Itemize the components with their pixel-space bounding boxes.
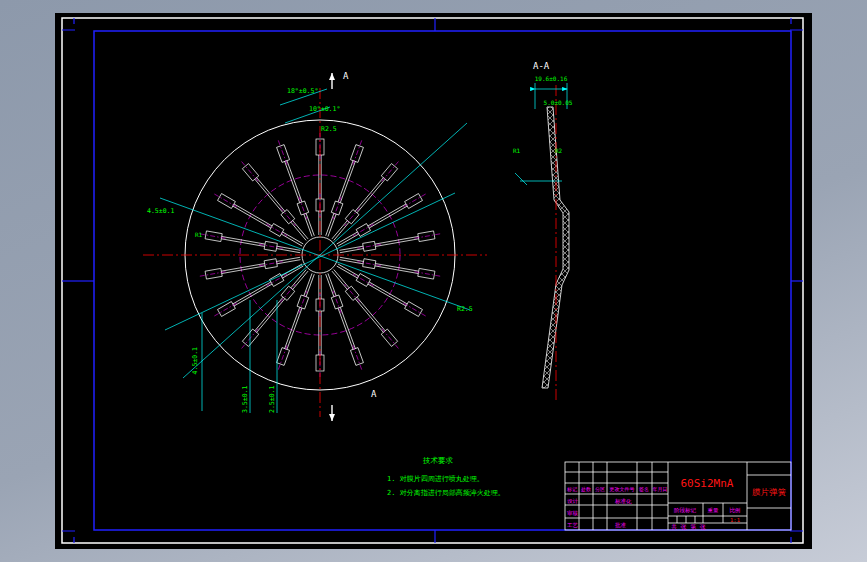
sheet-info: 共 张 第 张: [671, 523, 706, 531]
dim-radius-top: R2.5: [321, 125, 337, 133]
scale-label: 比例: [730, 507, 741, 514]
section-marker-bottom: A: [371, 389, 377, 399]
cad-canvas[interactable]: A A 18°±0.5° 10°±0.1° R2.5 4.5±0.1 R1 R2…: [55, 13, 812, 549]
diaphragm-spring-view: A A 18°±0.5° 10°±0.1° R2.5 4.5±0.1 R1 R2…: [143, 71, 487, 421]
dim-left: 4.5±0.1: [147, 207, 174, 215]
role-process: 工艺: [567, 522, 579, 528]
technical-notes: 技术要求 1. 对膜片四周进行喷丸处理。 2. 对分离指进行局部高频淬火处理。: [387, 456, 505, 497]
col-mark: 标记: [566, 486, 577, 493]
role-approve: 批准: [615, 522, 627, 529]
col-sign: 签名: [639, 486, 649, 493]
role-check: 审核: [567, 510, 579, 516]
section-dim-r-right: R2: [555, 147, 563, 154]
dim-angle-top: 18°±0.5°: [287, 87, 318, 95]
material-spec: 60Si2MnA: [681, 477, 734, 490]
section-marker-top: A: [343, 71, 349, 81]
section-dim-width: 19.6±0.16: [535, 75, 568, 82]
section-dim-r-left: R1: [513, 147, 521, 154]
col-count: 处数: [581, 486, 591, 493]
dim-vertical-bottom-1: 3.5±0.1: [241, 386, 249, 413]
weight-label: 重量: [708, 507, 720, 513]
stage-label: 阶段标记: [674, 507, 697, 514]
col-date: 年月日: [653, 486, 668, 493]
section-view: A-A 19.6±0.16 5.0±0.05 R1 R2: [513, 61, 573, 403]
title-block: 标记 处数 分区 更改文件号 签名 年月日 设计 标准化 审核 工艺 批准 60…: [565, 462, 791, 531]
section-dim-thickness: 5.0±0.05: [544, 99, 573, 106]
viewer-background: A A 18°±0.5° 10°±0.1° R2.5 4.5±0.1 R1 R2…: [0, 0, 867, 562]
section-title: A-A: [533, 61, 550, 71]
dim-angle-mid: 10°±0.1°: [309, 105, 340, 113]
drawing-sheet: A A 18°±0.5° 10°±0.1° R2.5 4.5±0.1 R1 R2…: [55, 13, 812, 549]
col-zone: 分区: [595, 486, 605, 492]
role-design: 设计: [567, 498, 579, 504]
dim-radius-left: R1: [195, 231, 203, 238]
scale-value: 1:1: [730, 517, 740, 523]
dim-vertical-left: 4.5±0.1: [191, 347, 199, 374]
notes-heading: 技术要求: [422, 456, 454, 465]
dim-radius-right: R2.5: [457, 305, 473, 313]
role-standard: 标准化: [614, 498, 632, 505]
dimension-lines: [160, 89, 470, 413]
note-line-1: 1. 对膜片四周进行喷丸处理。: [387, 475, 484, 483]
part-name: 膜片弹簧: [752, 487, 787, 497]
note-line-2: 2. 对分离指进行局部高频淬火处理。: [387, 489, 505, 497]
dim-vertical-bottom-2: 2.5±0.1: [268, 386, 276, 413]
col-docno: 更改文件号: [610, 486, 635, 492]
